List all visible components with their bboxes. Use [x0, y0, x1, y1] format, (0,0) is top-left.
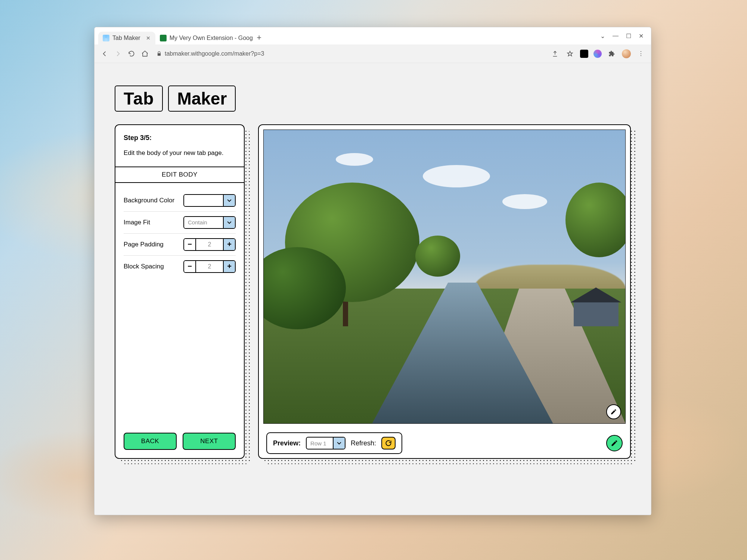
- increment-button[interactable]: +: [223, 239, 235, 250]
- star-icon[interactable]: [565, 49, 575, 59]
- step-label: Step 3/5:: [124, 134, 236, 142]
- app-logo: Tab Maker: [115, 85, 631, 112]
- favicon-tabmaker: [103, 35, 109, 41]
- forward-icon[interactable]: [113, 49, 123, 59]
- section-title: EDIT BODY: [115, 167, 244, 183]
- preview-canvas: [259, 125, 630, 428]
- row-image-fit: Image Fit Contain: [124, 212, 236, 234]
- image-fit-value: Contain: [184, 217, 223, 228]
- block-spacing-value: 2: [196, 261, 223, 272]
- decrement-button[interactable]: −: [184, 261, 196, 272]
- next-button[interactable]: NEXT: [183, 433, 236, 450]
- sidebar-panel: Step 3/5: Edit the body of your new tab …: [115, 124, 245, 459]
- home-icon[interactable]: [140, 49, 150, 59]
- preview-panel: Preview: Row 1 Refresh:: [258, 124, 631, 459]
- edit-image-button[interactable]: [606, 404, 621, 419]
- decrement-button[interactable]: −: [184, 239, 196, 250]
- address-bar[interactable]: tabmaker.withgoogle.com/maker?p=3: [154, 47, 546, 60]
- back-icon[interactable]: [100, 49, 109, 59]
- edit-fab-button[interactable]: [606, 435, 623, 451]
- chevron-down-icon[interactable]: ⌄: [600, 32, 605, 40]
- back-button[interactable]: BACK: [124, 433, 177, 450]
- bg-color-value: [184, 195, 223, 206]
- row-background-color: Background Color: [124, 190, 236, 212]
- favicon-sheets: [160, 35, 167, 41]
- preview-row-dropdown[interactable]: Row 1: [306, 437, 345, 449]
- url-text: tabmaker.withgoogle.com/maker?p=3: [165, 50, 264, 57]
- refresh-button[interactable]: [381, 437, 396, 449]
- menu-icon[interactable]: ⋮: [636, 49, 646, 59]
- browser-toolbar: tabmaker.withgoogle.com/maker?p=3 ⋮: [94, 44, 651, 63]
- extension-icons: ⋮: [550, 49, 646, 59]
- tab-title: My Very Own Extension - Google: [170, 35, 252, 41]
- bg-color-dropdown[interactable]: [183, 194, 236, 207]
- page-content: Tab Maker Step 3/5: Edit the body of you…: [94, 63, 651, 515]
- tab-title: Tab Maker: [112, 35, 140, 41]
- reload-icon[interactable]: [127, 49, 136, 59]
- tab-strip: Tab Maker ✕ My Very Own Extension - Goog…: [98, 32, 600, 44]
- minimize-icon[interactable]: —: [613, 32, 619, 39]
- page-padding-value: 2: [196, 239, 223, 250]
- close-icon[interactable]: ✕: [146, 35, 151, 41]
- close-icon[interactable]: ✕: [639, 32, 644, 40]
- browser-window: Tab Maker ✕ My Very Own Extension - Goog…: [94, 27, 651, 515]
- logo-word-1: Tab: [115, 85, 163, 112]
- preview-label: Preview:: [273, 439, 301, 447]
- ext-icon-1[interactable]: [580, 50, 588, 58]
- titlebar: Tab Maker ✕ My Very Own Extension - Goog…: [94, 27, 651, 44]
- profile-avatar[interactable]: [622, 49, 631, 58]
- page-padding-label: Page Padding: [124, 241, 164, 248]
- bg-color-label: Background Color: [124, 197, 174, 204]
- window-controls: ⌄ — ☐ ✕: [600, 27, 651, 44]
- image-fit-dropdown[interactable]: Contain: [183, 216, 236, 229]
- logo-word-2: Maker: [168, 85, 236, 112]
- preview-bottom-bar: Preview: Row 1 Refresh:: [259, 428, 630, 458]
- share-icon[interactable]: [550, 49, 560, 59]
- row-page-padding: Page Padding − 2 +: [124, 234, 236, 256]
- row-block-spacing: Block Spacing − 2 +: [124, 256, 236, 277]
- new-tab-button[interactable]: +: [255, 33, 264, 42]
- maximize-icon[interactable]: ☐: [626, 32, 631, 40]
- chevron-down-icon: [223, 195, 235, 206]
- increment-button[interactable]: +: [223, 261, 235, 272]
- tab-sheets[interactable]: My Very Own Extension - Google ✕: [155, 32, 252, 44]
- ext-icon-2[interactable]: [593, 50, 602, 58]
- refresh-label: Refresh:: [351, 439, 376, 447]
- preview-row-value: Row 1: [307, 438, 333, 449]
- chevron-down-icon: [223, 217, 235, 228]
- step-description: Edit the body of your new tab page.: [124, 149, 236, 158]
- page-padding-stepper: − 2 +: [183, 238, 236, 251]
- preview-controls: Preview: Row 1 Refresh:: [266, 432, 402, 454]
- image-fit-label: Image Fit: [124, 219, 150, 226]
- chevron-down-icon: [333, 438, 345, 449]
- lock-icon: [156, 51, 162, 56]
- extensions-icon[interactable]: [607, 49, 617, 59]
- block-spacing-stepper: − 2 +: [183, 260, 236, 273]
- block-spacing-label: Block Spacing: [124, 263, 164, 270]
- tab-tabmaker[interactable]: Tab Maker ✕: [98, 32, 155, 44]
